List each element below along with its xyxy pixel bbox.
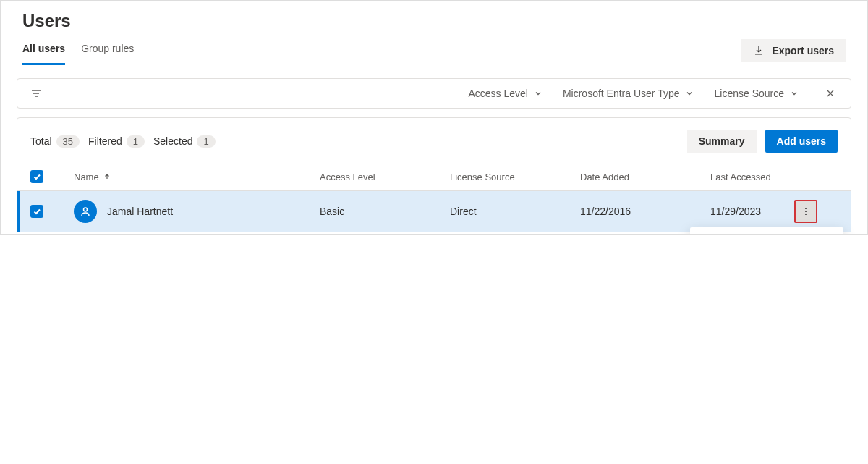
sort-asc-icon [103,173,111,180]
filtered-counter: Filtered 1 [88,135,145,148]
export-label: Export users [772,45,834,56]
filter-license-source[interactable]: License Source [714,88,799,99]
col-last-accessed[interactable]: Last Accessed [710,172,794,182]
counter-label: Selected [153,135,192,147]
svg-point-1 [805,208,807,209]
users-table-card: Total 35 Filtered 1 Selected 1 Summary A… [17,117,851,232]
cell-license-source: Direct [450,206,580,217]
more-vertical-icon [801,206,811,216]
chevron-down-icon [534,89,542,98]
chevron-down-icon [685,89,694,98]
page-title: Users [2,2,866,35]
select-all-checkbox[interactable] [30,170,43,183]
col-date-added[interactable]: Date Added [580,172,710,182]
add-users-button[interactable]: Add users [765,130,838,153]
cell-date-added: 11/22/2016 [580,206,710,217]
table-header: Name Access Level License Source Date Ad… [17,163,851,191]
counter-badge: 1 [127,135,145,148]
menu-change-access-level[interactable]: Change access level [690,232,843,235]
counter-badge: 1 [197,135,215,148]
filter-label: Access Level [468,88,527,99]
counter-label: Filtered [88,135,122,147]
col-license-source[interactable]: License Source [450,172,580,182]
row-more-button[interactable] [794,200,817,223]
total-counter: Total 35 [30,135,80,148]
tab-group-rules[interactable]: Group rules [81,35,134,65]
row-context-menu: Change access level Manage user Resend i… [690,227,843,235]
clear-filters-icon[interactable] [823,86,838,101]
filter-bar: Access Level Microsoft Entra User Type L… [17,78,851,109]
filter-entra-user-type[interactable]: Microsoft Entra User Type [563,88,694,99]
cell-access-level: Basic [320,206,450,217]
cell-last-accessed: 11/29/2023 [710,206,794,217]
filter-label: License Source [714,88,784,99]
counter-label: Total [30,135,52,147]
avatar [74,200,97,223]
header-label: Name [74,172,99,182]
counter-badge: 35 [56,135,80,148]
chevron-down-icon [790,89,799,98]
export-users-button[interactable]: Export users [741,39,846,62]
svg-point-3 [805,214,807,215]
tabs-toolbar: All users Group rules Export users [2,35,866,65]
filter-icon[interactable] [30,88,42,99]
tab-all-users[interactable]: All users [22,35,65,65]
svg-point-0 [84,208,88,211]
col-access-level[interactable]: Access Level [320,172,450,182]
table-row[interactable]: Jamal Hartnett Basic Direct 11/22/2016 1… [17,191,851,232]
filter-access-level[interactable]: Access Level [468,88,542,99]
tabs: All users Group rules [22,35,134,65]
table-toolbar: Total 35 Filtered 1 Selected 1 Summary A… [17,118,851,163]
table-body: Jamal Hartnett Basic Direct 11/22/2016 1… [17,191,851,232]
selected-counter: Selected 1 [153,135,216,148]
row-checkbox[interactable] [30,205,43,218]
filter-label: Microsoft Entra User Type [563,88,680,99]
svg-point-2 [805,211,807,212]
download-icon [753,45,765,56]
summary-button[interactable]: Summary [687,130,757,153]
col-name[interactable]: Name [74,172,320,182]
user-name: Jamal Hartnett [107,206,173,217]
